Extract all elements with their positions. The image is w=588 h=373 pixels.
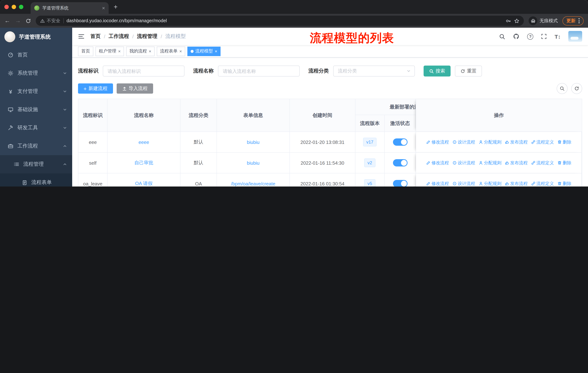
sidebar-item-infrastructure[interactable]: 基础设施: [0, 101, 72, 119]
sidebar-collapse-icon[interactable]: [78, 33, 84, 40]
process-name-link[interactable]: eeee: [138, 139, 149, 145]
tag-process-form[interactable]: 流程表单×: [157, 46, 185, 56]
app-logo: 芋道管理系统: [0, 28, 72, 46]
search-button[interactable]: 搜索: [424, 66, 451, 77]
sidebar-item-payment[interactable]: ¥ 支付管理: [0, 82, 72, 101]
zoom-window-button[interactable]: [19, 5, 23, 9]
cell-form-info: /bpm/oa/leave/create: [217, 173, 290, 186]
active-toggle[interactable]: [393, 180, 407, 186]
back-icon[interactable]: ←: [4, 18, 10, 24]
sidebar-item-process-management[interactable]: 流程管理: [0, 155, 72, 173]
tag-my-process[interactable]: 我的流程×: [126, 46, 155, 56]
process-definition-link[interactable]: 流程定义: [531, 139, 554, 145]
new-tab-button[interactable]: +: [114, 4, 117, 10]
browser-update-button[interactable]: 更新: [562, 16, 584, 25]
document-icon: [21, 180, 28, 185]
version-badge: v17: [363, 138, 377, 146]
address-bar[interactable]: 不安全 dashboard.yudao.iocoder.cn/bpm/manag…: [36, 16, 524, 26]
design-process-link[interactable]: 设计流程: [452, 160, 475, 166]
process-id-label: 流程标识: [78, 68, 98, 74]
assign-rule-link[interactable]: 分配规则: [478, 181, 501, 186]
yen-icon: ¥: [7, 89, 14, 94]
sidebar-item-process-form[interactable]: 流程表单: [0, 173, 72, 186]
active-toggle[interactable]: [393, 159, 407, 166]
chevron-down-icon: [407, 69, 411, 73]
process-name-link[interactable]: OA 请假: [135, 180, 152, 186]
breadcrumb-home[interactable]: 首页: [90, 33, 101, 40]
sidebar-item-home[interactable]: 首页: [0, 46, 72, 64]
breadcrumb-process-management[interactable]: 流程管理: [137, 33, 158, 40]
search-icon[interactable]: [499, 33, 505, 40]
breadcrumb-workflow[interactable]: 工作流程: [109, 33, 129, 40]
assign-rule-link[interactable]: 分配规则: [478, 139, 501, 145]
process-name-link[interactable]: 自己审批: [134, 160, 153, 166]
tag-process-model[interactable]: 流程模型×: [187, 46, 220, 56]
cell-created-time: 2022-01-16 01:30:54: [290, 173, 356, 186]
tag-close-icon[interactable]: ×: [118, 49, 121, 53]
process-category-select[interactable]: 流程分类: [333, 66, 415, 77]
edit-process-link[interactable]: 修改流程: [426, 139, 449, 145]
browser-tab[interactable]: 芋道管理系统 ×: [31, 2, 109, 14]
forward-icon[interactable]: →: [15, 18, 21, 24]
refresh-icon: [460, 69, 465, 73]
form-info-link[interactable]: biubiu: [247, 139, 259, 145]
reset-button[interactable]: 重置: [455, 66, 482, 77]
sidebar-item-system[interactable]: 系统管理: [0, 64, 72, 82]
security-indicator[interactable]: 不安全: [40, 18, 60, 24]
design-process-link[interactable]: 设计流程: [452, 181, 475, 186]
key-icon[interactable]: [506, 18, 511, 23]
edit-process-link[interactable]: 修改流程: [426, 181, 449, 186]
edit-process-link[interactable]: 修改流程: [426, 160, 449, 166]
font-size-icon[interactable]: T↕: [555, 34, 561, 39]
refresh-table-button[interactable]: [571, 83, 582, 94]
logo-avatar: [4, 31, 15, 42]
tag-close-icon[interactable]: ×: [149, 49, 151, 53]
process-name-input[interactable]: [218, 66, 300, 77]
publish-process-link[interactable]: 发布流程: [505, 139, 528, 145]
cell-active-status: [385, 132, 416, 152]
table-toolbar: + 新建流程 导入流程: [78, 83, 582, 94]
delete-link[interactable]: 删除: [557, 181, 571, 186]
tag-home[interactable]: 首页: [78, 46, 93, 56]
tag-tenant[interactable]: 租户管理×: [95, 46, 124, 56]
assign-rule-link[interactable]: 分配规则: [478, 160, 501, 166]
cell-form-info: biubiu: [217, 153, 290, 173]
create-process-button[interactable]: + 新建流程: [78, 83, 113, 94]
publish-process-link[interactable]: 发布流程: [505, 181, 528, 186]
process-category-label: 流程分类: [308, 68, 329, 74]
process-definition-link[interactable]: 流程定义: [531, 160, 554, 166]
help-icon[interactable]: ?: [527, 33, 534, 40]
url-text[interactable]: dashboard.yudao.iocoder.cn/bpm/manager/m…: [66, 18, 503, 23]
user-icon: [478, 161, 483, 165]
active-toggle[interactable]: [393, 138, 407, 146]
reload-icon[interactable]: [26, 18, 31, 23]
import-process-button[interactable]: 导入流程: [117, 83, 153, 94]
tag-close-icon[interactable]: ×: [179, 49, 182, 53]
site-favicon-icon: [34, 5, 39, 10]
browser-toolbar: ← → 不安全 dashboard.yudao.iocoder.cn/bpm/m…: [0, 14, 588, 28]
sidebar-item-workflow[interactable]: 工作流程: [0, 137, 72, 155]
close-window-button[interactable]: [4, 5, 9, 9]
browser-menu-icon[interactable]: [578, 18, 580, 23]
toggle-search-button[interactable]: [557, 83, 567, 94]
github-icon[interactable]: [513, 33, 520, 40]
minimize-window-button[interactable]: [12, 5, 16, 9]
delete-link[interactable]: 删除: [557, 139, 571, 145]
main-area: 首页 / 工作流程 / 流程管理 / 流程模型 流程模型的列表 ? T↕: [72, 28, 588, 186]
fullscreen-icon[interactable]: [541, 33, 547, 39]
design-process-link[interactable]: 设计流程: [452, 139, 475, 145]
process-name-label: 流程名称: [193, 68, 214, 74]
sidebar-item-devtools[interactable]: 研发工具: [0, 119, 72, 137]
tag-close-icon[interactable]: ×: [215, 49, 217, 53]
form-info-link[interactable]: biubiu: [247, 160, 259, 166]
user-avatar[interactable]: [568, 31, 582, 42]
chevron-down-icon: [63, 89, 67, 94]
col-operations: 操作: [416, 99, 582, 131]
tab-close-icon[interactable]: ×: [102, 5, 105, 10]
process-id-input[interactable]: [103, 66, 184, 77]
process-definition-link[interactable]: 流程定义: [531, 181, 554, 186]
delete-link[interactable]: 删除: [557, 160, 571, 166]
publish-process-link[interactable]: 发布流程: [505, 160, 528, 166]
form-info-link[interactable]: /bpm/oa/leave/create: [231, 181, 275, 186]
bookmark-star-icon[interactable]: [514, 18, 519, 23]
